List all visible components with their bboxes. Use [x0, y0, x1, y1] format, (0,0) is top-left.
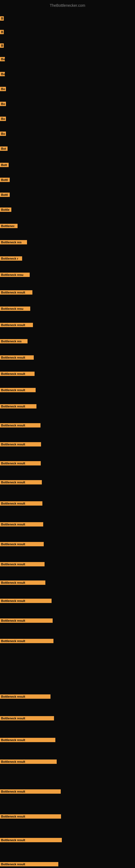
bar-label: Bottleneck resu	[0, 273, 30, 277]
bar-row: Bottleneck r	[0, 256, 22, 262]
bar-label: Bottl	[0, 193, 10, 197]
bar-label: Bott	[0, 163, 9, 167]
bar-label: Bottleneck result	[0, 501, 42, 506]
bar-label: Bottleneck res	[0, 240, 27, 244]
bar-row: Bottleneck result	[0, 738, 55, 743]
bar-row: Bottleneck res	[0, 240, 27, 246]
bar-row: Bot	[0, 147, 8, 152]
bar-label: Bottlenec	[0, 224, 17, 228]
bar-label: Bottleneck result	[0, 562, 45, 566]
bar-label: Bottleneck result	[0, 404, 37, 408]
bar-label: Bo	[0, 131, 6, 136]
bar-row: Bottleneck resu	[0, 273, 30, 278]
bar-label: Bottleneck result	[0, 760, 57, 764]
bar-label: Bottleneck result	[0, 461, 41, 465]
bar-row: Bottl	[0, 193, 10, 198]
bar-label: Bottleneck result	[0, 694, 50, 699]
bar-row: Bottleneck result	[0, 618, 53, 624]
bar-row: Bottleneck result	[0, 423, 41, 429]
bar-row: B	[0, 16, 4, 22]
bar-label: Bottleneck result	[0, 290, 32, 294]
bar-row: Bottleneck result	[0, 522, 43, 528]
bar-label: Bottleneck resu	[0, 307, 30, 311]
bar-row: Bottleneck result	[0, 461, 41, 467]
bar-label: Bottleneck result	[0, 423, 41, 428]
bar-label: Bottleneck result	[0, 522, 43, 527]
bar-row: Bottleneck result	[0, 501, 42, 507]
bar-row: Bottleneck result	[0, 323, 33, 328]
bar-label: Bottleneck result	[0, 480, 42, 485]
bar-row: Bottlenec	[0, 224, 17, 229]
bar-row: Bottle	[0, 208, 11, 213]
bar-row: Bottleneck result	[0, 404, 37, 410]
site-title: TheBottlenecker.com	[0, 1, 135, 10]
bar-row: Bo	[0, 131, 6, 137]
bar-row: Bottleneck result	[0, 789, 61, 795]
bar-row: Bottleneck result	[0, 388, 36, 393]
bar-row: Bo	[0, 57, 5, 62]
bar-row: Bottleneck resu	[0, 307, 30, 312]
bar-label: Bottleneck result	[0, 618, 53, 623]
bar-label: Bottleneck result	[0, 323, 33, 327]
bar-row: Bottleneck result	[0, 562, 45, 567]
bar-row: Bo	[0, 72, 5, 77]
bar-label: Bottleneck result	[0, 355, 34, 360]
bar-row: Bottleneck result	[0, 716, 54, 721]
bar-row: Bott	[0, 163, 9, 168]
bar-label: Bottleneck result	[0, 738, 55, 742]
bar-row: Bottleneck result	[0, 480, 42, 486]
bar-label: Bottle	[0, 208, 11, 212]
bar-row: Bottleneck result	[0, 290, 32, 296]
bar-row: Bottleneck result	[0, 760, 57, 765]
bar-row: Bo	[0, 117, 6, 122]
bar-label: Bot	[0, 147, 8, 151]
bar-label: B	[0, 30, 4, 34]
bar-row: Bottleneck result	[0, 542, 44, 547]
bar-label: Bottl	[0, 178, 10, 182]
bar-label: Bottleneck res	[0, 339, 28, 343]
bar-label: Bo	[0, 72, 5, 76]
bar-label: B	[0, 16, 4, 21]
bar-label: Bottleneck result	[0, 388, 36, 392]
bar-row: Bo	[0, 87, 6, 92]
bar-label: Bottleneck result	[0, 814, 61, 818]
bar-label: B	[0, 43, 4, 48]
bar-row: Bottleneck result	[0, 581, 45, 586]
bar-label: Bottleneck result	[0, 716, 54, 720]
bar-row: Bottl	[0, 178, 10, 183]
bar-row: Bottleneck result	[0, 838, 62, 843]
bar-row: Bottleneck result	[0, 372, 35, 377]
bar-row: Bottleneck result	[0, 599, 52, 604]
bar-row: Bottleneck result	[0, 862, 58, 867]
bar-label: Bottleneck result	[0, 838, 62, 842]
bar-label: Bottleneck result	[0, 639, 53, 643]
bar-label: Bo	[0, 117, 6, 121]
bar-row: Bottleneck result	[0, 442, 41, 447]
bar-label: Bottleneck result	[0, 442, 41, 446]
bar-row: Bo	[0, 102, 6, 107]
bar-row: Bottleneck res	[0, 339, 28, 344]
bar-row: Bottleneck result	[0, 355, 34, 361]
bar-label: Bottleneck result	[0, 542, 44, 546]
bar-label: Bottleneck result	[0, 599, 52, 603]
bar-row: Bottleneck result	[0, 694, 50, 700]
bar-label: Bo	[0, 57, 5, 61]
bar-row: B	[0, 43, 4, 49]
bar-label: Bottleneck result	[0, 581, 45, 585]
bar-row: Bottleneck result	[0, 639, 53, 644]
bar-row: Bottleneck result	[0, 814, 61, 820]
bar-row: B	[0, 30, 4, 35]
bar-label: Bo	[0, 102, 6, 106]
bar-label: Bo	[0, 87, 6, 91]
bar-label: Bottleneck r	[0, 256, 22, 261]
bar-label: Bottleneck result	[0, 789, 61, 794]
bar-label: Bottleneck result	[0, 372, 35, 376]
bar-label: Bottleneck result	[0, 862, 58, 866]
